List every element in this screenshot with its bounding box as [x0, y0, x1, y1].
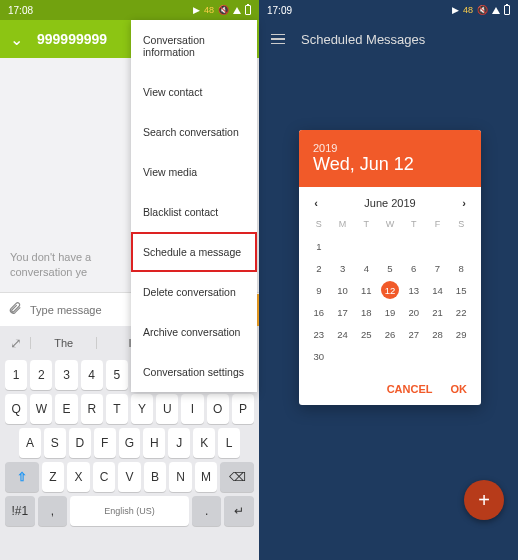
menu-item-delete-conversation[interactable]: Delete conversation: [131, 272, 257, 312]
day-4[interactable]: 4: [354, 257, 378, 279]
key-Z[interactable]: Z: [42, 462, 65, 492]
empty-line-1: You don't have a: [10, 250, 91, 265]
empty-state-text: You don't have a conversation ye: [10, 250, 91, 281]
key-enter[interactable]: ↵: [224, 496, 254, 526]
key-S[interactable]: S: [44, 428, 66, 458]
key-period[interactable]: .: [192, 496, 222, 526]
menu-item-search-conversation[interactable]: Search conversation: [131, 112, 257, 152]
day-30[interactable]: 30: [307, 345, 331, 367]
key-G[interactable]: G: [119, 428, 141, 458]
menu-item-archive-conversation[interactable]: Archive conversation: [131, 312, 257, 352]
key-U[interactable]: U: [156, 394, 178, 424]
day-28[interactable]: 28: [426, 323, 450, 345]
menu-item-view-contact[interactable]: View contact: [131, 72, 257, 112]
key-P[interactable]: P: [232, 394, 254, 424]
day-18[interactable]: 18: [354, 301, 378, 323]
next-month-icon[interactable]: ›: [457, 197, 471, 209]
add-fab[interactable]: +: [464, 480, 504, 520]
key-5[interactable]: 5: [106, 360, 128, 390]
key-L[interactable]: L: [218, 428, 240, 458]
key-N[interactable]: N: [169, 462, 192, 492]
key-H[interactable]: H: [143, 428, 165, 458]
back-icon[interactable]: ⌄: [10, 30, 23, 49]
prev-month-icon[interactable]: ‹: [309, 197, 323, 209]
menu-item-blacklist-contact[interactable]: Blacklist contact: [131, 192, 257, 232]
key-B[interactable]: B: [144, 462, 167, 492]
status-bar-left: 17:08 ▶ 48 🔇: [0, 0, 259, 20]
menu-icon[interactable]: [271, 34, 285, 45]
key-Q[interactable]: Q: [5, 394, 27, 424]
attach-icon[interactable]: [0, 301, 30, 318]
contact-number[interactable]: 999999999: [37, 31, 107, 47]
key-J[interactable]: J: [168, 428, 190, 458]
picker-year[interactable]: 2019: [313, 142, 467, 154]
key-E[interactable]: E: [55, 394, 77, 424]
key-sym[interactable]: !#1: [5, 496, 35, 526]
key-3[interactable]: 3: [55, 360, 77, 390]
key-A[interactable]: A: [19, 428, 41, 458]
day-7[interactable]: 7: [426, 257, 450, 279]
key-2[interactable]: 2: [30, 360, 52, 390]
day-22[interactable]: 22: [449, 301, 473, 323]
day-9[interactable]: 9: [307, 279, 331, 301]
key-comma[interactable]: ,: [38, 496, 68, 526]
menu-item-schedule-a-message[interactable]: Schedule a message: [131, 232, 257, 272]
ok-button[interactable]: OK: [451, 383, 468, 395]
key-M[interactable]: M: [195, 462, 218, 492]
day-15[interactable]: 15: [449, 279, 473, 301]
day-6[interactable]: 6: [402, 257, 426, 279]
key-I[interactable]: I: [181, 394, 203, 424]
menu-item-view-media[interactable]: View media: [131, 152, 257, 192]
mute-icon: 🔇: [477, 5, 488, 15]
day-25[interactable]: 25: [354, 323, 378, 345]
context-menu: Conversation informationView contactSear…: [131, 20, 257, 392]
suggestion-1[interactable]: The: [30, 337, 96, 349]
key-Y[interactable]: Y: [131, 394, 153, 424]
month-label: June 2019: [364, 197, 415, 209]
menu-item-conversation-information[interactable]: Conversation information: [131, 20, 257, 72]
battery-icon: [504, 5, 510, 15]
day-11[interactable]: 11: [354, 279, 378, 301]
day-19[interactable]: 19: [378, 301, 402, 323]
key-R[interactable]: R: [81, 394, 103, 424]
day-24[interactable]: 24: [331, 323, 355, 345]
key-1[interactable]: 1: [5, 360, 27, 390]
day-10[interactable]: 10: [331, 279, 355, 301]
menu-item-conversation-settings[interactable]: Conversation settings: [131, 352, 257, 392]
day-26[interactable]: 26: [378, 323, 402, 345]
day-5[interactable]: 5: [378, 257, 402, 279]
key-W[interactable]: W: [30, 394, 52, 424]
day-16[interactable]: 16: [307, 301, 331, 323]
key-backspace[interactable]: ⌫: [220, 462, 254, 492]
cancel-button[interactable]: CANCEL: [387, 383, 433, 395]
key-shift[interactable]: ⇧: [5, 462, 39, 492]
day-20[interactable]: 20: [402, 301, 426, 323]
day-12[interactable]: 12: [381, 281, 399, 299]
key-4[interactable]: 4: [81, 360, 103, 390]
day-23[interactable]: 23: [307, 323, 331, 345]
key-C[interactable]: C: [93, 462, 116, 492]
day-3[interactable]: 3: [331, 257, 355, 279]
day-29[interactable]: 29: [449, 323, 473, 345]
day-27[interactable]: 27: [402, 323, 426, 345]
notif-badge: 48: [204, 5, 214, 15]
day-14[interactable]: 14: [426, 279, 450, 301]
day-17[interactable]: 17: [331, 301, 355, 323]
kbd-expand-icon[interactable]: ⤢: [2, 335, 30, 351]
key-D[interactable]: D: [69, 428, 91, 458]
day-8[interactable]: 8: [449, 257, 473, 279]
notif-play-icon: ▶: [452, 5, 459, 15]
day-1[interactable]: 1: [307, 235, 331, 257]
key-V[interactable]: V: [118, 462, 141, 492]
key-F[interactable]: F: [94, 428, 116, 458]
day-2[interactable]: 2: [307, 257, 331, 279]
day-13[interactable]: 13: [402, 279, 426, 301]
key-O[interactable]: O: [207, 394, 229, 424]
key-X[interactable]: X: [67, 462, 90, 492]
key-T[interactable]: T: [106, 394, 128, 424]
page-title: Scheduled Messages: [301, 32, 425, 47]
key-K[interactable]: K: [193, 428, 215, 458]
key-space[interactable]: English (US): [70, 496, 189, 526]
day-21[interactable]: 21: [426, 301, 450, 323]
picker-headline[interactable]: Wed, Jun 12: [313, 154, 467, 175]
